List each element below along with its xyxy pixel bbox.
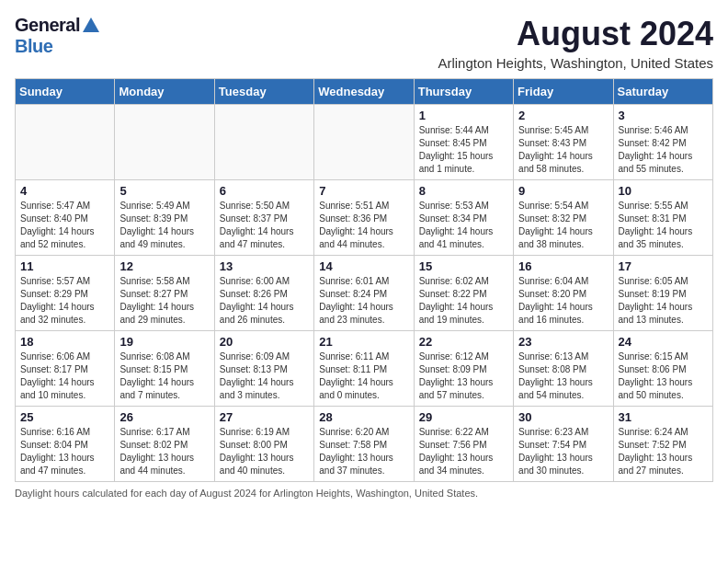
day-info: Sunrise: 5:53 AM Sunset: 8:34 PM Dayligh… [419,200,508,251]
calendar-day-header: Friday [514,79,613,105]
calendar-week-row: 1Sunrise: 5:44 AM Sunset: 8:45 PM Daylig… [16,105,713,180]
month-title: August 2024 [438,15,713,53]
calendar-cell [314,105,414,180]
day-info: Sunrise: 6:11 AM Sunset: 8:11 PM Dayligh… [319,350,408,402]
day-info: Sunrise: 6:09 AM Sunset: 8:13 PM Dayligh… [220,350,309,402]
day-number: 12 [119,259,209,273]
calendar-cell: 3Sunrise: 5:46 AM Sunset: 8:42 PM Daylig… [613,105,712,180]
calendar-cell: 2Sunrise: 5:45 AM Sunset: 8:43 PM Daylig… [514,105,613,180]
day-number: 29 [419,410,508,424]
calendar-cell: 14Sunrise: 6:01 AM Sunset: 8:24 PM Dayli… [314,256,414,331]
calendar-week-row: 11Sunrise: 5:57 AM Sunset: 8:29 PM Dayli… [16,256,713,331]
day-info: Sunrise: 5:49 AM Sunset: 8:39 PM Dayligh… [119,200,209,251]
page-header: General Blue August 2024 Arlington Heigh… [15,15,713,71]
calendar-day-header: Monday [115,79,214,105]
calendar-cell [16,105,115,180]
day-info: Sunrise: 6:23 AM Sunset: 7:54 PM Dayligh… [518,426,608,477]
day-number: 25 [20,410,109,424]
day-number: 16 [518,259,608,273]
calendar-cell: 20Sunrise: 6:09 AM Sunset: 8:13 PM Dayli… [214,331,313,407]
calendar-cell [214,105,313,180]
day-number: 4 [20,184,109,198]
calendar-day-header: Saturday [613,79,712,105]
calendar-cell: 22Sunrise: 6:12 AM Sunset: 8:09 PM Dayli… [414,331,513,407]
day-info: Sunrise: 5:57 AM Sunset: 8:29 PM Dayligh… [20,275,109,327]
calendar-cell: 12Sunrise: 5:58 AM Sunset: 8:27 PM Dayli… [115,256,214,331]
calendar-cell: 5Sunrise: 5:49 AM Sunset: 8:39 PM Daylig… [115,180,214,256]
day-number: 31 [619,410,708,424]
day-number: 14 [319,259,408,273]
day-info: Sunrise: 6:00 AM Sunset: 8:26 PM Dayligh… [220,275,309,327]
day-number: 7 [319,184,408,198]
day-number: 27 [220,410,309,424]
calendar-cell: 19Sunrise: 6:08 AM Sunset: 8:15 PM Dayli… [115,331,214,407]
day-number: 21 [319,335,408,349]
calendar-cell: 10Sunrise: 5:55 AM Sunset: 8:31 PM Dayli… [613,180,712,256]
calendar-day-header: Thursday [414,79,513,105]
calendar-cell: 1Sunrise: 5:44 AM Sunset: 8:45 PM Daylig… [414,105,513,180]
calendar-cell: 8Sunrise: 5:53 AM Sunset: 8:34 PM Daylig… [414,180,513,256]
day-number: 10 [619,184,708,198]
day-number: 19 [119,335,209,349]
calendar-cell: 16Sunrise: 6:04 AM Sunset: 8:20 PM Dayli… [514,256,613,331]
calendar-day-header: Wednesday [314,79,414,105]
day-number: 30 [518,410,608,424]
logo-blue: Blue [15,36,52,56]
calendar-week-row: 25Sunrise: 6:16 AM Sunset: 8:04 PM Dayli… [16,407,713,482]
day-number: 8 [419,184,508,198]
day-number: 18 [20,335,109,349]
calendar-table: SundayMondayTuesdayWednesdayThursdayFrid… [15,78,713,482]
logo-triangle-icon [83,17,99,32]
day-info: Sunrise: 6:15 AM Sunset: 8:06 PM Dayligh… [619,350,708,402]
day-info: Sunrise: 6:02 AM Sunset: 8:22 PM Dayligh… [419,275,508,327]
calendar-cell: 4Sunrise: 5:47 AM Sunset: 8:40 PM Daylig… [16,180,115,256]
calendar-cell: 9Sunrise: 5:54 AM Sunset: 8:32 PM Daylig… [514,180,613,256]
day-info: Sunrise: 5:46 AM Sunset: 8:42 PM Dayligh… [619,124,708,176]
calendar-day-header: Tuesday [214,79,313,105]
day-info: Sunrise: 5:45 AM Sunset: 8:43 PM Dayligh… [518,124,608,176]
day-info: Sunrise: 6:19 AM Sunset: 8:00 PM Dayligh… [220,426,309,477]
day-number: 9 [518,184,608,198]
logo: General Blue [15,15,99,57]
day-number: 15 [419,259,508,273]
calendar-day-header: Sunday [16,79,115,105]
footer-note: Daylight hours calculated for each day o… [15,488,713,499]
calendar-cell: 31Sunrise: 6:24 AM Sunset: 7:52 PM Dayli… [613,407,712,482]
day-number: 11 [20,259,109,273]
day-info: Sunrise: 5:54 AM Sunset: 8:32 PM Dayligh… [518,200,608,251]
day-info: Sunrise: 6:05 AM Sunset: 8:19 PM Dayligh… [619,275,708,327]
calendar-cell: 15Sunrise: 6:02 AM Sunset: 8:22 PM Dayli… [414,256,513,331]
title-section: August 2024 Arlington Heights, Washingto… [438,15,713,71]
day-info: Sunrise: 6:12 AM Sunset: 8:09 PM Dayligh… [419,350,508,402]
calendar-week-row: 4Sunrise: 5:47 AM Sunset: 8:40 PM Daylig… [16,180,713,256]
calendar-header-row: SundayMondayTuesdayWednesdayThursdayFrid… [16,79,713,105]
calendar-cell: 26Sunrise: 6:17 AM Sunset: 8:02 PM Dayli… [115,407,214,482]
day-number: 24 [619,335,708,349]
day-number: 28 [319,410,408,424]
calendar-cell: 21Sunrise: 6:11 AM Sunset: 8:11 PM Dayli… [314,331,414,407]
location-title: Arlington Heights, Washington, United St… [438,55,713,71]
day-info: Sunrise: 5:44 AM Sunset: 8:45 PM Dayligh… [419,124,508,176]
day-info: Sunrise: 6:22 AM Sunset: 7:56 PM Dayligh… [419,426,508,477]
calendar-cell [115,105,214,180]
day-info: Sunrise: 6:17 AM Sunset: 8:02 PM Dayligh… [119,426,209,477]
day-info: Sunrise: 5:55 AM Sunset: 8:31 PM Dayligh… [619,200,708,251]
day-number: 2 [518,109,608,122]
calendar-cell: 11Sunrise: 5:57 AM Sunset: 8:29 PM Dayli… [16,256,115,331]
calendar-cell: 23Sunrise: 6:13 AM Sunset: 8:08 PM Dayli… [514,331,613,407]
calendar-week-row: 18Sunrise: 6:06 AM Sunset: 8:17 PM Dayli… [16,331,713,407]
day-info: Sunrise: 5:58 AM Sunset: 8:27 PM Dayligh… [119,275,209,327]
day-info: Sunrise: 6:06 AM Sunset: 8:17 PM Dayligh… [20,350,109,402]
day-info: Sunrise: 6:01 AM Sunset: 8:24 PM Dayligh… [319,275,408,327]
calendar-cell: 30Sunrise: 6:23 AM Sunset: 7:54 PM Dayli… [514,407,613,482]
day-number: 17 [619,259,708,273]
calendar-cell: 25Sunrise: 6:16 AM Sunset: 8:04 PM Dayli… [16,407,115,482]
day-number: 3 [619,109,708,122]
day-number: 22 [419,335,508,349]
day-number: 1 [419,109,508,122]
day-info: Sunrise: 5:47 AM Sunset: 8:40 PM Dayligh… [20,200,109,251]
day-number: 13 [220,259,309,273]
day-info: Sunrise: 6:08 AM Sunset: 8:15 PM Dayligh… [119,350,209,402]
day-info: Sunrise: 6:13 AM Sunset: 8:08 PM Dayligh… [518,350,608,402]
day-number: 26 [119,410,209,424]
